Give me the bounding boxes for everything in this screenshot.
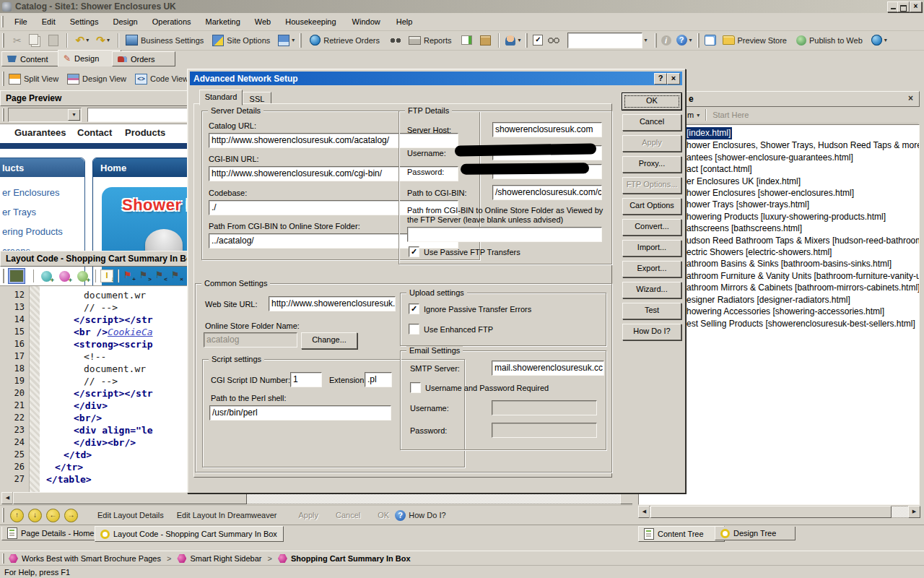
code-hscrollbar[interactable]: ◀ bbox=[0, 492, 619, 503]
code-view-button[interactable]: Code View bbox=[150, 74, 188, 83]
find-text-input[interactable] bbox=[567, 33, 642, 48]
design-view-button[interactable]: Design View bbox=[82, 74, 126, 83]
spelling-icon[interactable]: ✓ bbox=[533, 35, 543, 46]
variant-selector-combo[interactable] bbox=[87, 108, 191, 122]
menu-grip[interactable] bbox=[1, 16, 4, 27]
title-bar[interactable]: Catalog - Site1: Shower Enclosures UK × bbox=[0, 0, 924, 13]
dialog-help-icon[interactable]: ? bbox=[654, 73, 667, 85]
tab-content-tree[interactable]: Content Tree bbox=[638, 526, 725, 542]
help-icon[interactable]: ? bbox=[676, 35, 687, 46]
prev-bookmark-icon[interactable]: ⚑< bbox=[155, 270, 167, 282]
site-options-button[interactable]: Site Options bbox=[227, 36, 270, 45]
cgi-id-field[interactable]: 1 bbox=[290, 372, 322, 387]
undo-dropdown-icon[interactable]: ▾ bbox=[86, 37, 89, 43]
menu-help[interactable]: Help bbox=[389, 15, 420, 28]
preview-link-trays[interactable]: er Trays bbox=[2, 202, 84, 222]
dialog-import-button[interactable]: Import... bbox=[622, 240, 681, 256]
menu-marketing[interactable]: Marketing bbox=[199, 15, 248, 28]
add-bookmark-icon[interactable]: ⚑+ bbox=[123, 270, 135, 282]
preview-page-icon[interactable] bbox=[705, 35, 716, 46]
insert-variable-icon[interactable]: + bbox=[41, 271, 52, 282]
dialog-test-button[interactable]: Test bbox=[622, 303, 681, 319]
breadcrumb-item-1[interactable]: Works Best with Smart Brochure Pages bbox=[22, 554, 161, 563]
tree-hscrollbar[interactable]: ◀ bbox=[638, 506, 912, 517]
preview-nav-contact[interactable]: Contact bbox=[77, 127, 112, 138]
insert-function-icon[interactable]: + bbox=[77, 271, 88, 282]
dialog-cart-options-button[interactable]: Cart Options bbox=[622, 198, 681, 215]
preview-link-products[interactable]: ering Products bbox=[2, 222, 84, 241]
rotate-up-icon[interactable]: ↑ bbox=[10, 509, 24, 522]
dialog-export-button[interactable]: Export... bbox=[622, 261, 681, 277]
next-bookmark-icon[interactable]: ⚑> bbox=[139, 270, 151, 282]
preview-nav-products[interactable]: Products bbox=[125, 127, 165, 138]
new-item-dropdown-icon[interactable]: ▾ bbox=[697, 112, 699, 118]
menu-file[interactable]: File bbox=[7, 15, 35, 28]
change-button[interactable]: Change... bbox=[301, 332, 357, 349]
toolbar-grip[interactable] bbox=[2, 33, 4, 48]
cancel-button[interactable]: Cancel bbox=[336, 511, 360, 519]
business-settings-button[interactable]: Business Settings bbox=[141, 36, 204, 45]
clear-bookmarks-icon[interactable]: ⚑× bbox=[171, 270, 183, 282]
save-layout-icon[interactable] bbox=[278, 35, 289, 46]
menu-web[interactable]: Web bbox=[248, 15, 278, 28]
dialog-proxy-button[interactable]: Proxy... bbox=[622, 156, 681, 173]
toggle-code-view-icon[interactable] bbox=[9, 269, 25, 283]
server-host-field[interactable]: showerenclosuresuk.com bbox=[492, 122, 602, 137]
find-orders-icon[interactable] bbox=[390, 36, 401, 44]
dialog-close-icon[interactable]: × bbox=[667, 73, 680, 85]
start-here-button[interactable]: Start Here bbox=[712, 111, 749, 119]
dialog-cancel-button[interactable]: Cancel bbox=[622, 114, 681, 131]
web-site-url-field[interactable]: http://www.showerenclosuresuk. bbox=[269, 296, 396, 311]
save-dropdown-icon[interactable]: ▾ bbox=[292, 37, 295, 43]
breadcrumb-item-3[interactable]: Shopping Cart Summary In Box bbox=[291, 554, 411, 563]
customer-accounts-icon[interactable] bbox=[505, 35, 515, 46]
dialog-convert-button[interactable]: Convert... bbox=[622, 219, 681, 236]
menu-housekeeping[interactable]: Housekeeping bbox=[278, 15, 343, 28]
passive-ftp-checkbox[interactable]: ✓ bbox=[409, 246, 419, 257]
web-dropdown-globe-icon[interactable] bbox=[871, 35, 882, 46]
menu-operations[interactable]: Operations bbox=[145, 15, 199, 28]
breadcrumb-item-2[interactable]: Smart Right Sidebar bbox=[190, 554, 261, 563]
code-link[interactable]: CookieCa bbox=[108, 327, 153, 337]
preview-link-enclosures[interactable]: er Enclosures bbox=[2, 183, 84, 202]
tab-design-tree[interactable]: Design Tree bbox=[715, 527, 796, 540]
redo-icon[interactable]: ↷ bbox=[96, 34, 105, 47]
edit-layout-details-button[interactable]: Edit Layout Details bbox=[97, 511, 164, 519]
maximize-button[interactable] bbox=[897, 1, 910, 12]
tree-scroll-thumb[interactable] bbox=[650, 506, 892, 518]
edit-layout-dreamweaver-button[interactable]: Edit Layout In Dreamweaver bbox=[177, 511, 277, 519]
dialog-how-do-i-button[interactable]: How Do I? bbox=[622, 324, 681, 340]
layout-selector-combo[interactable]: ▾ bbox=[8, 108, 82, 122]
publish-to-web-button[interactable]: Publish to Web bbox=[809, 36, 863, 45]
menu-window[interactable]: Window bbox=[344, 15, 389, 28]
ftp-viewed-path-field[interactable] bbox=[407, 227, 602, 242]
menu-design[interactable]: Design bbox=[105, 15, 144, 28]
dialog-ok-button[interactable]: OK bbox=[622, 93, 681, 110]
tab-layout-code[interactable]: Layout Code - Shopping Cart Summary In B… bbox=[95, 526, 284, 542]
cut-icon[interactable]: ✂ bbox=[13, 35, 22, 46]
reports-button[interactable]: Reports bbox=[424, 36, 452, 45]
apply-button[interactable]: Apply bbox=[299, 511, 319, 519]
combo-dropdown-icon[interactable]: ▾ bbox=[68, 109, 80, 121]
extension-field[interactable]: .pl bbox=[365, 372, 392, 387]
path-to-cgi-field[interactable]: /showerenclosuresuk.com/cg bbox=[492, 185, 602, 200]
insert-condition-icon[interactable]: + bbox=[59, 271, 70, 282]
close-button[interactable]: × bbox=[910, 1, 922, 12]
retrieve-orders-button[interactable]: Retrieve Orders bbox=[323, 36, 380, 45]
accounts-dropdown-icon[interactable]: ▾ bbox=[518, 37, 520, 43]
perl-shell-field[interactable]: /usr/bin/perl bbox=[209, 405, 391, 420]
smtp-auth-checkbox[interactable] bbox=[410, 382, 421, 393]
how-do-i-button[interactable]: How Do I? bbox=[409, 511, 445, 519]
send-mail-icon[interactable] bbox=[461, 35, 472, 45]
insert-text-icon[interactable]: I ↓ bbox=[100, 269, 113, 282]
redo-dropdown-icon[interactable]: ▾ bbox=[107, 37, 110, 43]
ok-button[interactable]: OK bbox=[378, 511, 389, 519]
dialog-wizard-button[interactable]: Wizard... bbox=[622, 282, 681, 298]
info-icon[interactable]: i bbox=[661, 35, 671, 46]
glasses-icon[interactable] bbox=[547, 37, 560, 44]
undo-icon[interactable]: ↶ bbox=[76, 34, 85, 47]
dialog-tab-standard[interactable]: Standard bbox=[199, 90, 243, 105]
menu-edit[interactable]: Edit bbox=[35, 15, 63, 28]
panel-close-icon[interactable]: × bbox=[908, 93, 913, 103]
preview-store-button[interactable]: Preview Store bbox=[738, 36, 787, 45]
